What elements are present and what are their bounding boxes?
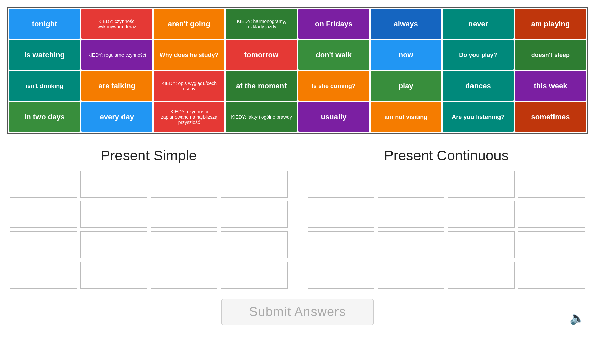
drop-cell[interactable] bbox=[448, 262, 515, 289]
drop-cell[interactable] bbox=[80, 171, 147, 198]
card-c2[interactable]: KIEDY: czynności wykonywane teraz bbox=[81, 9, 152, 39]
drop-cell[interactable] bbox=[221, 262, 288, 289]
drop-cell[interactable] bbox=[308, 171, 375, 198]
present-continuous-group: Present Continuous bbox=[308, 148, 585, 289]
drop-cell[interactable] bbox=[378, 201, 444, 228]
card-c4[interactable]: KIEDY: harmonogramy, rozkłady jazdy bbox=[226, 9, 297, 39]
card-c6[interactable]: always bbox=[371, 9, 441, 39]
card-c30[interactable]: am not visiting bbox=[371, 102, 441, 132]
card-c1[interactable]: tonight bbox=[9, 9, 80, 39]
card-c32[interactable]: sometimes bbox=[515, 102, 586, 132]
card-c21[interactable]: Is she coming? bbox=[298, 71, 369, 101]
drop-cell[interactable] bbox=[308, 231, 375, 258]
card-c7[interactable]: never bbox=[443, 9, 514, 39]
card-c23[interactable]: dances bbox=[443, 71, 514, 101]
card-c8[interactable]: am playing bbox=[515, 9, 586, 39]
drop-cell[interactable] bbox=[80, 201, 147, 228]
card-c20[interactable]: at the moment bbox=[226, 71, 297, 101]
card-c9[interactable]: is watching bbox=[9, 40, 80, 70]
drop-cell[interactable] bbox=[10, 262, 77, 289]
submit-button[interactable]: Submit Answers bbox=[221, 299, 373, 325]
drop-cell[interactable] bbox=[378, 231, 444, 258]
card-c17[interactable]: isn't drinking bbox=[9, 71, 80, 101]
drop-cell[interactable] bbox=[80, 262, 147, 289]
present-continuous-grid bbox=[308, 171, 585, 289]
drop-cell[interactable] bbox=[221, 201, 288, 228]
card-c22[interactable]: play bbox=[371, 71, 441, 101]
drop-cell[interactable] bbox=[448, 231, 515, 258]
drop-cell[interactable] bbox=[221, 231, 288, 258]
drop-cell[interactable] bbox=[308, 201, 375, 228]
card-c3[interactable]: aren't going bbox=[154, 9, 224, 39]
drop-cell[interactable] bbox=[378, 262, 444, 289]
card-c31[interactable]: Are you listening? bbox=[443, 102, 514, 132]
card-c28[interactable]: KIEDY: fakty i ogólne prawdy bbox=[226, 102, 297, 132]
card-c15[interactable]: Do you play? bbox=[443, 40, 514, 70]
card-c10[interactable]: KIEDY: regularne czynności bbox=[81, 40, 152, 70]
drop-cell[interactable] bbox=[151, 171, 217, 198]
card-c5[interactable]: on Fridays bbox=[298, 9, 369, 39]
card-c14[interactable]: now bbox=[371, 40, 441, 70]
drop-cell[interactable] bbox=[448, 171, 515, 198]
card-c12[interactable]: tomorrow bbox=[226, 40, 297, 70]
drop-cell[interactable] bbox=[448, 201, 515, 228]
card-c13[interactable]: don't walk bbox=[298, 40, 369, 70]
drop-cell[interactable] bbox=[308, 262, 375, 289]
present-simple-title: Present Simple bbox=[10, 148, 288, 164]
drop-cell[interactable] bbox=[518, 231, 585, 258]
drop-cell[interactable] bbox=[10, 171, 77, 198]
drop-cell[interactable] bbox=[518, 262, 585, 289]
drop-cell[interactable] bbox=[80, 231, 147, 258]
card-c25[interactable]: in two days bbox=[9, 102, 80, 132]
drop-cell[interactable] bbox=[221, 171, 288, 198]
present-simple-group: Present Simple bbox=[10, 148, 288, 289]
card-c16[interactable]: doesn't sleep bbox=[515, 40, 586, 70]
card-c18[interactable]: are talking bbox=[81, 71, 152, 101]
present-simple-grid bbox=[10, 171, 288, 289]
card-c27[interactable]: KIEDY: czynności zaplanowane na najbliżs… bbox=[154, 102, 224, 132]
submit-area: Submit Answers 🔈 bbox=[7, 299, 588, 325]
drop-cell[interactable] bbox=[518, 201, 585, 228]
drop-cell[interactable] bbox=[518, 171, 585, 198]
drop-cell[interactable] bbox=[151, 201, 217, 228]
drop-cell[interactable] bbox=[151, 231, 217, 258]
card-c26[interactable]: every day bbox=[81, 102, 152, 132]
present-continuous-title: Present Continuous bbox=[308, 148, 585, 164]
drop-cell[interactable] bbox=[378, 171, 444, 198]
drop-cell[interactable] bbox=[151, 262, 217, 289]
drop-cell[interactable] bbox=[10, 201, 77, 228]
card-c29[interactable]: usually bbox=[298, 102, 369, 132]
card-c11[interactable]: Why does he study? bbox=[154, 40, 224, 70]
drop-cell[interactable] bbox=[10, 231, 77, 258]
card-grid: tonightKIEDY: czynności wykonywane teraz… bbox=[7, 7, 588, 134]
card-c19[interactable]: KIEDY: opis wyglądu/cech osoby bbox=[154, 71, 224, 101]
bottom-section: Present Simple Present Continuous bbox=[7, 148, 588, 289]
speaker-icon[interactable]: 🔈 bbox=[570, 311, 585, 325]
card-c24[interactable]: this week bbox=[515, 71, 586, 101]
